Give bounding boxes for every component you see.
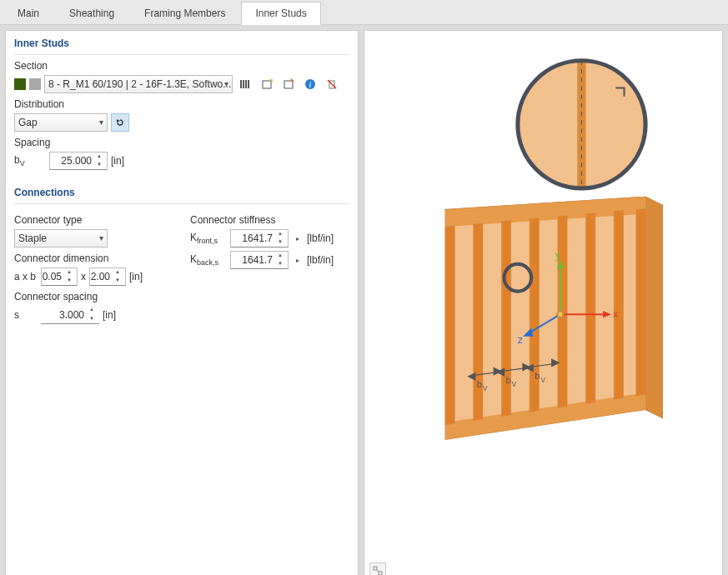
svg-marker-21 <box>445 226 454 425</box>
kback-input[interactable]: 1641.7 ▲▼ <box>230 251 289 269</box>
svg-rect-2 <box>245 80 247 88</box>
spacing-label: Spacing <box>14 137 349 148</box>
spinner-down[interactable]: ▼ <box>86 315 98 324</box>
svg-text:b: b <box>477 379 482 389</box>
reset-icon <box>114 117 126 128</box>
kback-unit: [lbf/in] <box>307 254 334 266</box>
viewport-3d[interactable]: x y z bV bV bV <box>364 30 723 575</box>
info-icon: i <box>304 78 316 90</box>
spinner-up[interactable]: ▲ <box>112 268 123 277</box>
properties-panel: Inner Studs Section 8 - R_M1 60/190 | 2 … <box>5 30 359 575</box>
s-input[interactable]: 3.000 ▲▼ <box>41 306 99 324</box>
axb-unit: [in] <box>129 271 143 282</box>
connector-type-label: Connector type <box>14 214 173 226</box>
s-unit: [in] <box>103 309 116 321</box>
spinner-up[interactable]: ▲ <box>274 230 286 238</box>
distribution-select[interactable]: Gap <box>14 113 108 132</box>
new-window-icon <box>261 78 273 90</box>
section-select[interactable]: 8 - R_M1 60/190 | 2 - 16F-1.3E, Softwo..… <box>44 75 233 93</box>
spinner-down[interactable]: ▼ <box>112 277 123 285</box>
x-label: x <box>81 271 86 282</box>
spinner-up[interactable]: ▲ <box>63 268 75 277</box>
connections-title: Connections <box>14 187 349 204</box>
b-input[interactable]: 2.00 ▲▼ <box>89 268 126 286</box>
inner-studs-title: Inner Studs <box>14 38 349 55</box>
a-input[interactable]: 0.05 ▲▼ <box>41 268 78 286</box>
tab-inner-studs[interactable]: Inner Studs <box>241 2 320 25</box>
delete-icon <box>326 78 338 90</box>
books-icon <box>239 78 251 90</box>
spinner-down[interactable]: ▼ <box>274 260 286 268</box>
svg-text:b: b <box>506 375 511 385</box>
svg-text:b: b <box>535 371 540 381</box>
view-options-button[interactable] <box>369 562 386 575</box>
svg-text:V: V <box>512 381 517 388</box>
svg-marker-26 <box>586 213 595 404</box>
svg-marker-24 <box>530 218 539 412</box>
edit-window-icon <box>283 78 294 90</box>
svg-text:V: V <box>483 385 488 392</box>
tab-bar: Main Sheathing Framing Members Inner Stu… <box>0 0 728 25</box>
edit-button[interactable] <box>279 75 298 93</box>
tab-sheathing[interactable]: Sheathing <box>55 2 128 24</box>
kfront-menu[interactable]: ▸ <box>292 229 304 248</box>
svg-text:i: i <box>309 80 312 89</box>
svg-rect-53 <box>379 572 382 575</box>
spinner-up[interactable]: ▲ <box>93 152 105 161</box>
kback-symbol: Kback,s <box>190 253 227 267</box>
spinner-up[interactable]: ▲ <box>86 306 98 315</box>
kfront-symbol: Kfront,s <box>190 232 227 245</box>
svg-rect-0 <box>240 80 242 88</box>
connector-dimension-label: Connector dimension <box>14 252 173 264</box>
kfront-input[interactable]: 1641.7 ▲▼ <box>230 229 289 248</box>
spinner-down[interactable]: ▼ <box>63 277 75 285</box>
svg-marker-10 <box>117 119 120 122</box>
distribution-label: Distribution <box>14 98 349 110</box>
s-label: s <box>14 309 38 321</box>
svg-marker-18 <box>645 197 662 418</box>
spinner-down[interactable]: ▼ <box>93 161 105 169</box>
connector-type-select[interactable]: Staple <box>14 229 108 248</box>
bv-unit: [in] <box>111 155 124 167</box>
svg-rect-1 <box>243 80 244 88</box>
axb-label: a x b <box>14 271 38 282</box>
bv-symbol: bV <box>14 154 46 168</box>
info-button[interactable]: i <box>301 75 319 93</box>
svg-line-54 <box>377 570 379 572</box>
svg-rect-3 <box>248 80 249 88</box>
svg-rect-52 <box>374 567 377 570</box>
wall-panel-diagram: x y z bV bV bV <box>364 31 722 575</box>
reset-button[interactable] <box>111 113 129 132</box>
connector-spacing-label: Connector spacing <box>14 291 173 302</box>
library-button[interactable] <box>236 75 254 93</box>
svg-text:V: V <box>540 377 545 384</box>
svg-marker-23 <box>501 221 510 417</box>
section-label: Section <box>14 60 349 72</box>
spinner-up[interactable]: ▲ <box>274 252 286 260</box>
delete-button[interactable] <box>323 75 341 93</box>
stiffness-label: Connector stiffness <box>190 214 349 226</box>
svg-rect-6 <box>284 81 293 88</box>
kfront-unit: [lbf/in] <box>307 232 334 244</box>
view-icon <box>373 566 383 575</box>
tab-main[interactable]: Main <box>3 2 53 24</box>
svg-point-36 <box>557 312 563 318</box>
tab-framing-members[interactable]: Framing Members <box>130 2 239 24</box>
axis-z-label: z <box>518 334 523 346</box>
new-button[interactable] <box>258 75 276 93</box>
spinner-down[interactable]: ▼ <box>274 238 286 247</box>
swatch-olive <box>14 78 26 90</box>
svg-rect-4 <box>263 81 271 88</box>
kback-menu[interactable]: ▸ <box>292 251 304 269</box>
svg-marker-22 <box>474 223 483 421</box>
axis-x-label: x <box>613 308 618 320</box>
svg-marker-27 <box>614 211 623 400</box>
axis-y-label: y <box>555 249 561 261</box>
bv-input[interactable]: 25.000 ▲▼ <box>49 152 108 170</box>
swatch-gray <box>29 78 41 90</box>
svg-marker-28 <box>636 209 645 397</box>
